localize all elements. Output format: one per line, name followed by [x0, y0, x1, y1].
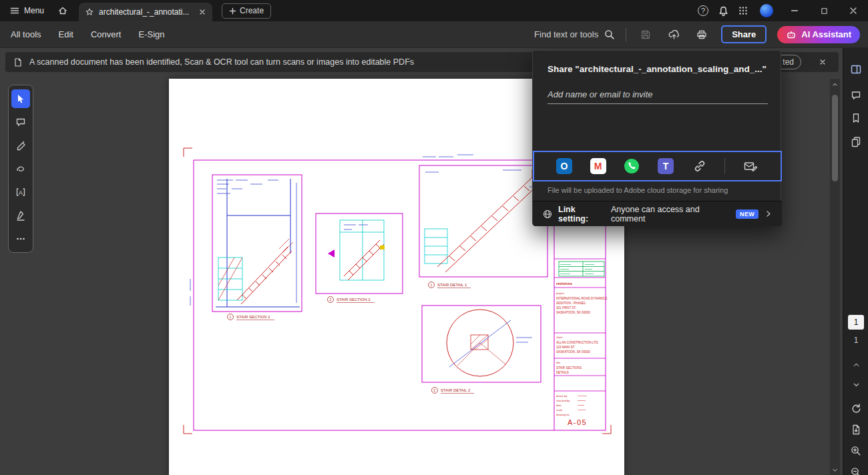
window-maximize-button[interactable]: [809, 0, 839, 21]
help-button[interactable]: ?: [693, 1, 713, 21]
title-line: DETAILS: [556, 371, 569, 374]
print-icon: [696, 29, 708, 41]
export-pdf-button[interactable]: [847, 420, 865, 439]
comment-tool[interactable]: [11, 113, 30, 131]
window-close-button[interactable]: [839, 0, 868, 21]
find-text-button[interactable]: Find text or tools: [534, 29, 615, 40]
client-line: 123 MAIN ST: [556, 346, 575, 349]
gmail-icon[interactable]: M: [590, 157, 607, 175]
callout-number: 2: [434, 388, 436, 392]
share-button[interactable]: Share: [721, 25, 767, 43]
menu-all-tools[interactable]: All tools: [11, 29, 41, 39]
fill-sign-tool[interactable]: [11, 206, 30, 225]
footer-field: date: [556, 404, 562, 407]
more-tools[interactable]: [11, 229, 30, 248]
highlight-tool[interactable]: [11, 136, 30, 155]
document-icon: [13, 57, 23, 67]
callout-number: 1: [431, 283, 433, 287]
link-setting-value: Anyone can access and comment: [611, 205, 730, 223]
total-pages-label: 1: [843, 336, 868, 345]
grid-icon: [738, 5, 748, 16]
select-tool[interactable]: [11, 89, 30, 108]
invite-email-icon[interactable]: [742, 157, 759, 175]
right-rail: 1 1: [843, 21, 868, 475]
menu-edit[interactable]: Edit: [59, 29, 73, 39]
link-setting-label: Link setting:: [558, 205, 606, 223]
menu-convert[interactable]: Convert: [91, 29, 122, 39]
figure-caption: STAIR SECTION 1: [236, 315, 270, 319]
document-scrollbar[interactable]: [830, 79, 840, 475]
stair-section-1-figure: [212, 175, 302, 312]
figure-caption: STAIR DETAIL 2: [441, 388, 471, 392]
acrobat-window: Menu architectural_-_annotati... Create …: [0, 0, 868, 475]
schedule-table: [559, 262, 604, 276]
banner-close-button[interactable]: [816, 55, 829, 69]
globe-icon: [542, 209, 553, 219]
project-line: 321 FIRST ST.: [556, 306, 576, 310]
banner-action-label: ted: [783, 57, 794, 67]
toolbar-menus: All tools Edit Convert E-Sign: [11, 29, 165, 39]
title-heading: title: [556, 361, 561, 364]
scroll-up-arrow[interactable]: [830, 79, 840, 89]
stair-section-2-figure: [316, 213, 403, 294]
zoom-in-button[interactable]: [847, 442, 865, 460]
teams-icon[interactable]: T: [657, 157, 674, 175]
scan-ocr-tool[interactable]: A: [11, 183, 30, 201]
minimize-icon: [790, 6, 799, 15]
upload-cloud-button[interactable]: [665, 26, 682, 43]
help-icon: ?: [698, 5, 708, 16]
banner-close-icon: [819, 58, 827, 66]
rotate-view-button[interactable]: [847, 399, 865, 418]
scrollbar-thumb[interactable]: [832, 95, 838, 181]
new-badge: NEW: [736, 209, 758, 219]
titlebar: Menu architectural_-_annotati... Create …: [0, 0, 868, 21]
home-button[interactable]: [57, 5, 68, 16]
window-minimize-button[interactable]: [780, 0, 809, 21]
profile-avatar[interactable]: [760, 4, 773, 17]
apps-grid-button[interactable]: [733, 1, 753, 21]
bookmarks-panel-button[interactable]: [847, 109, 865, 127]
panels-button[interactable]: [847, 60, 865, 79]
share-dialog: Share "architectural_-_annotation_scalin…: [532, 50, 781, 225]
previous-page-button[interactable]: [847, 355, 865, 374]
find-label: Find text or tools: [534, 29, 598, 39]
chevron-right-icon[interactable]: [764, 209, 773, 218]
scan-letter: A: [19, 189, 23, 196]
draw-tool[interactable]: [11, 159, 30, 178]
link-setting-row[interactable]: Link setting: Anyone can access and comm…: [533, 201, 782, 226]
whatsapp-icon[interactable]: [623, 157, 640, 175]
ai-assistant-button[interactable]: AI Assistant: [777, 26, 860, 43]
zoom-out-button[interactable]: [847, 463, 865, 475]
outlook-icon[interactable]: O: [556, 157, 573, 175]
menu-esign[interactable]: E-Sign: [138, 29, 164, 39]
create-tab-button[interactable]: Create: [222, 3, 271, 19]
notifications-button[interactable]: [713, 1, 733, 21]
callout-number: 2: [330, 298, 332, 302]
copy-link-icon[interactable]: [691, 157, 708, 175]
quick-tools-panel: A: [8, 85, 33, 253]
document-tab[interactable]: architectural_-_annotati...: [79, 3, 212, 21]
figure-caption: STAIR SECTION 2: [337, 298, 371, 302]
titleblock-text: revisions project INTERNATIONAL ROAD DYN…: [556, 282, 607, 426]
pages-panel-button[interactable]: [847, 132, 865, 151]
project-line: ADDITION - PHASE1: [556, 302, 586, 305]
menu-button[interactable]: Menu: [9, 5, 44, 16]
project-line: INTERNATIONAL ROAD DYNAMICS: [556, 297, 607, 300]
current-page-input[interactable]: 1: [848, 315, 864, 330]
print-button[interactable]: [693, 26, 710, 43]
save-icon: [640, 29, 652, 41]
tab-close-icon[interactable]: [198, 8, 206, 16]
stair-detail-2-label: 2 STAIR DETAIL 2: [432, 388, 475, 394]
invite-email-input[interactable]: [548, 85, 768, 104]
toolbar-actions: Find text or tools Share AI Assistant: [534, 25, 860, 43]
project-line: SASKATOON, SK 00000: [556, 311, 590, 314]
ai-assistant-icon: [786, 29, 797, 40]
scroll-down-arrow[interactable]: [830, 464, 840, 475]
footer-value-dashes: [578, 396, 587, 410]
banner-message: A scanned document has been identified, …: [29, 57, 414, 67]
hamburger-icon: [9, 5, 20, 16]
save-button[interactable]: [637, 26, 654, 43]
comments-panel-button[interactable]: [847, 86, 865, 105]
home-icon: [57, 5, 68, 16]
next-page-button[interactable]: [847, 375, 865, 394]
